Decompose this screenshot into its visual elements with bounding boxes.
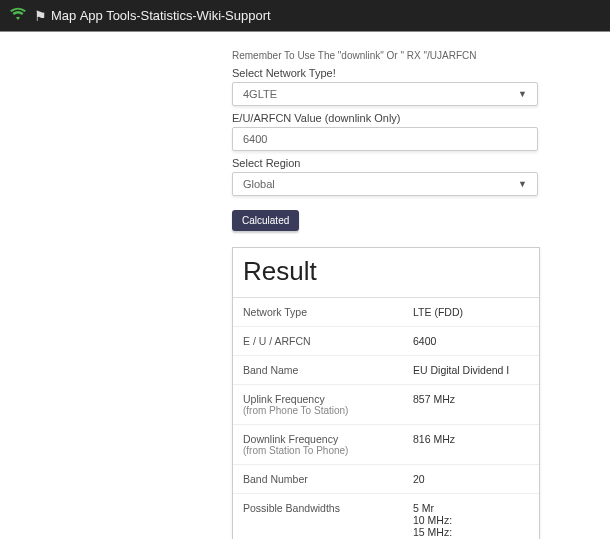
result-row: Possible Bandwidths5 Mr10 MHz:15 MHz:20 …: [233, 494, 539, 539]
result-value: 6400: [413, 335, 436, 347]
result-row: Downlink Frequency(from Station To Phone…: [233, 425, 539, 465]
result-value: 20: [413, 473, 425, 485]
nav-support[interactable]: Support: [225, 8, 271, 23]
result-label: Band Name: [243, 364, 413, 376]
chevron-down-icon: ▼: [518, 179, 527, 189]
result-value: 816 MHz: [413, 433, 455, 456]
flag-icon: ⚑: [34, 8, 47, 24]
form-area: Remember To Use The "downlink" Or " RX "…: [0, 32, 570, 539]
result-label: Downlink Frequency(from Station To Phone…: [243, 433, 413, 456]
result-label: Possible Bandwidths: [243, 502, 413, 539]
chevron-down-icon: ▼: [518, 89, 527, 99]
result-value: EU Digital Dividend I: [413, 364, 509, 376]
results-title: Result: [233, 248, 539, 298]
result-row: Network TypeLTE (FDD): [233, 298, 539, 327]
network-type-select[interactable]: 4GLTE ▼: [232, 82, 538, 106]
result-label: Band Number: [243, 473, 413, 485]
region-select[interactable]: Global ▼: [232, 172, 538, 196]
wifi-icon: [10, 5, 26, 26]
result-sublabel: (from Station To Phone): [243, 445, 413, 456]
nav-map[interactable]: Map: [51, 8, 76, 23]
region-label: Select Region: [232, 157, 570, 169]
arfcn-value: 6400: [243, 133, 267, 145]
result-label: E / U / ARFCN: [243, 335, 413, 347]
result-row: E / U / ARFCN6400: [233, 327, 539, 356]
result-sublabel: (from Phone To Station): [243, 405, 413, 416]
result-row: Band NameEU Digital Dividend I: [233, 356, 539, 385]
result-value: LTE (FDD): [413, 306, 463, 318]
results-panel: Result Network TypeLTE (FDD)E / U / ARFC…: [232, 247, 540, 539]
nav-menu: Map App Tools - Statistics - Wiki - Supp…: [51, 8, 271, 23]
nav-statistics[interactable]: Statistics: [140, 8, 192, 23]
arfcn-label: E/U/ARFCN Value (downlink Only): [232, 112, 570, 124]
result-row: Band Number20: [233, 465, 539, 494]
result-label: Network Type: [243, 306, 413, 318]
nav-app[interactable]: App: [80, 8, 103, 23]
result-row: Uplink Frequency(from Phone To Station)8…: [233, 385, 539, 425]
network-type-label: Select Network Type!: [232, 67, 570, 79]
result-value: 5 Mr10 MHz:15 MHz:20 MHz:: [413, 502, 452, 539]
nav-wiki[interactable]: Wiki: [197, 8, 222, 23]
hint-text: Remember To Use The "downlink" Or " RX "…: [232, 50, 570, 61]
result-label: Uplink Frequency(from Phone To Station): [243, 393, 413, 416]
network-type-value: 4GLTE: [243, 88, 277, 100]
arfcn-input[interactable]: 6400: [232, 127, 538, 151]
region-value: Global: [243, 178, 275, 190]
top-nav: ⚑ Map App Tools - Statistics - Wiki - Su…: [0, 0, 610, 32]
calculate-button[interactable]: Calculated: [232, 210, 299, 231]
nav-tools[interactable]: Tools: [106, 8, 136, 23]
result-value: 857 MHz: [413, 393, 455, 416]
